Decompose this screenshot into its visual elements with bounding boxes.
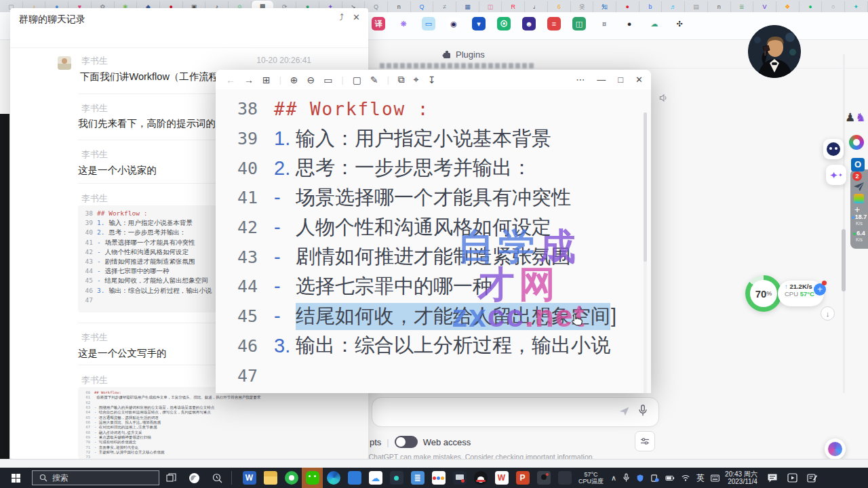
- bookmark-icon[interactable]: ▭: [422, 17, 435, 30]
- search-clock-button[interactable]: [205, 468, 229, 488]
- browser-tab[interactable]: ●: [800, 1, 823, 12]
- browser-tab[interactable]: 知: [593, 1, 616, 12]
- read-aloud-icon[interactable]: [658, 94, 668, 102]
- bookmark-icon[interactable]: ≡: [547, 17, 561, 30]
- taskbar-app-button[interactable]: [260, 468, 281, 488]
- toolbar-icon[interactable]: ↧: [428, 75, 436, 85]
- page-scrollbar-track[interactable]: [843, 54, 845, 393]
- hidden-icons-chevron[interactable]: ∧: [611, 474, 616, 483]
- taskbar-app-button[interactable]: ≣: [407, 468, 428, 488]
- browser-tab[interactable]: Q: [411, 1, 434, 12]
- toolbar-icon[interactable]: ⊞: [262, 75, 271, 85]
- wifi-icon[interactable]: [681, 474, 690, 482]
- taskbar-app-button[interactable]: [386, 468, 407, 488]
- browser-tab[interactable]: R: [502, 1, 525, 12]
- taskbar-app-button[interactable]: [533, 468, 554, 488]
- battery-icon[interactable]: [665, 474, 675, 482]
- close-icon[interactable]: ✕: [353, 12, 360, 22]
- bookmark-icon[interactable]: ¤: [597, 17, 611, 30]
- taskbar-app-button[interactable]: [323, 468, 344, 488]
- window-control-icon[interactable]: □: [618, 75, 623, 85]
- taskbar-app-button[interactable]: W: [491, 468, 512, 488]
- taskbar-app-button[interactable]: [449, 468, 470, 488]
- toolbar-icon[interactable]: →: [244, 75, 254, 85]
- taskbar-clock[interactable]: 20:43 周六2023/11/4: [725, 470, 757, 485]
- bookmark-icon[interactable]: ◉: [447, 17, 460, 30]
- taskbar-app-button[interactable]: [302, 468, 323, 488]
- toolbar-icon[interactable]: |: [279, 75, 281, 85]
- browser-tab[interactable]: ≣: [731, 1, 754, 12]
- toolbar-icon[interactable]: ⧉: [398, 74, 405, 85]
- browser-tab[interactable]: ◫: [479, 1, 502, 12]
- input-language-indicator[interactable]: 英: [696, 472, 705, 484]
- browser-tab[interactable]: ✦: [845, 1, 868, 12]
- send-icon[interactable]: [618, 405, 631, 418]
- window-control-icon[interactable]: ✕: [635, 75, 643, 85]
- mic-tray-icon[interactable]: [623, 473, 630, 483]
- toolbar-icon[interactable]: ⊕: [290, 75, 298, 85]
- browser-tab[interactable]: ≠: [433, 1, 456, 12]
- browser-tab[interactable]: ○: [822, 1, 845, 12]
- taskbar-app-button[interactable]: [281, 468, 302, 488]
- web-access-toggle[interactable]: [395, 436, 418, 448]
- bookmark-icon[interactable]: ◫: [572, 17, 586, 30]
- plugins-selector[interactable]: Plugins: [442, 47, 485, 61]
- share-icon[interactable]: ⤴: [340, 12, 344, 22]
- viewer-scrollbar-thumb[interactable]: [644, 113, 647, 262]
- toolbar-icon[interactable]: ▢: [353, 75, 361, 85]
- browser-tab[interactable]: b: [639, 1, 663, 12]
- bookmark-icon[interactable]: ✣: [673, 17, 686, 30]
- task-view-button[interactable]: [159, 468, 182, 488]
- toolbar-icon[interactable]: ▭: [323, 75, 332, 85]
- window-control-icon[interactable]: ⋯: [576, 75, 585, 85]
- browser-tab[interactable]: V: [753, 1, 776, 12]
- browser-tab[interactable]: Q: [365, 1, 388, 12]
- mic-icon[interactable]: [637, 404, 648, 418]
- window-control-icon[interactable]: —: [597, 75, 606, 85]
- sparkle-assistant-button[interactable]: ✦✦: [826, 165, 846, 185]
- taskbar-app-button[interactable]: ☁: [365, 468, 386, 488]
- color-bars-icon[interactable]: [854, 194, 864, 203]
- toolbar-icon[interactable]: |: [342, 75, 344, 85]
- browser-tab[interactable]: ♩: [525, 1, 548, 12]
- toolbar-icon[interactable]: ⊖: [307, 75, 315, 85]
- browser-tab[interactable]: 웃: [571, 1, 594, 12]
- taskbar-app-button[interactable]: P: [512, 468, 533, 488]
- browser-tab[interactable]: ▦: [456, 1, 479, 12]
- browser-tab[interactable]: n: [388, 1, 411, 12]
- scroll-to-bottom-button[interactable]: ↓: [821, 306, 835, 321]
- bookmark-icon[interactable]: ☻: [522, 17, 536, 30]
- taskbar-app-button[interactable]: W: [239, 468, 260, 488]
- taskbar-app-button[interactable]: [428, 468, 449, 488]
- cpu-temp-tray[interactable]: 57°CCPU温度: [578, 471, 604, 485]
- start-button[interactable]: [0, 468, 31, 488]
- cpu-usage-ring[interactable]: 70%: [745, 275, 782, 312]
- chat-input[interactable]: [372, 397, 659, 427]
- cortana-swirl-button[interactable]: [182, 468, 205, 488]
- toolbar-icon[interactable]: |: [387, 75, 389, 85]
- chess-pieces-icon[interactable]: ♟♞: [845, 110, 866, 125]
- touch-keyboard-icon[interactable]: [711, 474, 719, 482]
- browser-tab[interactable]: ▤: [685, 1, 708, 12]
- browser-tab[interactable]: n: [708, 1, 731, 12]
- colorful-ring-logo[interactable]: [849, 135, 864, 150]
- input-settings-button[interactable]: [635, 431, 655, 451]
- taskbar-app-button[interactable]: [344, 468, 365, 488]
- bookmark-icon[interactable]: ☁: [648, 17, 661, 30]
- avatar[interactable]: [58, 56, 71, 70]
- browser-tab[interactable]: 6: [548, 1, 571, 12]
- paper-plane-icon[interactable]: [853, 182, 865, 192]
- browser-tab[interactable]: ❖: [776, 1, 800, 12]
- notification-comment-icon[interactable]: [767, 473, 778, 483]
- toolbar-icon[interactable]: ←: [226, 75, 235, 85]
- taskbar-app-button[interactable]: [470, 468, 491, 488]
- bookmark-icon[interactable]: ●: [623, 17, 636, 30]
- assistant-ball-button[interactable]: [823, 139, 844, 159]
- floating-assistant-ball[interactable]: [825, 439, 846, 460]
- device-cast-icon[interactable]: [650, 474, 659, 483]
- notes-pen-icon[interactable]: [807, 473, 817, 483]
- bookmark-icon[interactable]: ❋: [397, 17, 410, 30]
- browser-tab[interactable]: ♬: [662, 1, 685, 12]
- taskbar-search[interactable]: 搜索: [32, 470, 159, 485]
- bookmark-icon[interactable]: 译: [372, 17, 385, 30]
